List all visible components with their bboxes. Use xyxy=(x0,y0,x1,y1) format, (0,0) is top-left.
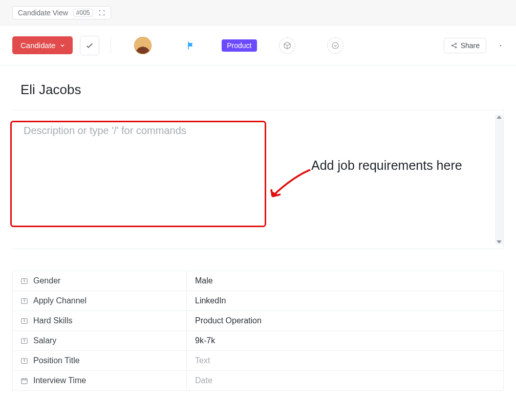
field-label-text: Interview Time xyxy=(33,376,86,385)
field-value[interactable]: Product Operation xyxy=(187,311,503,330)
field-row: GenderMale xyxy=(13,271,503,291)
more-menu-button[interactable]: · xyxy=(498,40,504,51)
share-label: Share xyxy=(461,41,480,50)
svg-point-2 xyxy=(455,43,456,44)
breadcrumb-view-label: Candidate View xyxy=(18,9,68,17)
fields-table: GenderMaleApply ChannelLinkedInHard Skil… xyxy=(12,271,504,391)
scrollbar[interactable] xyxy=(495,115,503,245)
field-label-text: Gender xyxy=(33,276,60,285)
field-row: Apply ChannelLinkedIn xyxy=(13,291,503,311)
field-label-text: Hard Skills xyxy=(33,316,72,325)
field-row: Interview TimeDate xyxy=(13,371,503,391)
toolbar-separator xyxy=(111,37,111,54)
text-field-icon xyxy=(20,277,28,285)
expand-icon[interactable] xyxy=(98,9,105,16)
field-row: Hard SkillsProduct Operation xyxy=(13,311,503,331)
field-label-text: Position Title xyxy=(33,356,80,365)
check-icon xyxy=(85,41,94,50)
field-label[interactable]: Interview Time xyxy=(13,371,187,390)
product-tag[interactable]: Product xyxy=(222,39,256,52)
candidate-dropdown-label: Candidate xyxy=(20,41,55,50)
field-label[interactable]: Salary xyxy=(13,331,187,350)
page-title[interactable]: Eli Jacobs xyxy=(0,65,516,110)
calendar-icon xyxy=(20,377,28,385)
field-label-text: Salary xyxy=(33,336,56,345)
annotation-text: Add job requirements here xyxy=(311,157,496,174)
field-value[interactable]: Text xyxy=(187,351,503,370)
candidate-dropdown-button[interactable]: Candidate xyxy=(12,36,73,54)
flag-icon[interactable] xyxy=(186,40,196,51)
field-value[interactable]: LinkedIn xyxy=(187,291,503,311)
field-label[interactable]: Apply Channel xyxy=(13,291,187,311)
share-icon xyxy=(450,42,458,49)
text-field-icon xyxy=(20,337,28,345)
approve-button[interactable] xyxy=(80,36,99,55)
toolbar: Candidate Product Share · xyxy=(0,26,516,65)
svg-point-3 xyxy=(455,47,456,48)
text-field-icon xyxy=(20,317,28,325)
field-label[interactable]: Hard Skills xyxy=(13,311,187,330)
text-field-icon xyxy=(20,297,28,305)
svg-rect-10 xyxy=(21,379,27,384)
scroll-down-icon[interactable] xyxy=(497,240,502,244)
field-label[interactable]: Position Title xyxy=(13,351,187,370)
field-value[interactable]: Date xyxy=(187,371,503,390)
description-editor[interactable]: Description or type '/' for commands xyxy=(12,110,504,249)
cube-icon xyxy=(283,41,291,50)
field-row: Salary9k-7k xyxy=(13,331,503,351)
text-field-icon xyxy=(20,357,28,365)
field-label-text: Apply Channel xyxy=(33,296,87,305)
scroll-up-icon[interactable] xyxy=(497,116,502,119)
share-button[interactable]: Share xyxy=(444,38,486,53)
annotation-arrow-icon xyxy=(266,167,312,203)
description-placeholder: Description or type '/' for commands xyxy=(24,125,186,137)
add-package-button[interactable] xyxy=(279,37,295,54)
field-label[interactable]: Gender xyxy=(13,271,187,291)
field-row: Position TitleText xyxy=(13,351,503,371)
breadcrumb-record-id: #005 xyxy=(73,9,93,17)
breadcrumb-bar: Candidate View #005 xyxy=(0,0,516,26)
field-value[interactable]: Male xyxy=(187,271,503,291)
chevron-down-icon xyxy=(59,42,66,49)
chevron-down-circle-icon xyxy=(331,41,339,50)
field-value[interactable]: 9k-7k xyxy=(187,331,503,350)
svg-point-0 xyxy=(332,42,338,49)
add-verify-button[interactable] xyxy=(327,37,343,54)
breadcrumb[interactable]: Candidate View #005 xyxy=(12,6,111,19)
svg-point-1 xyxy=(451,45,453,46)
avatar[interactable] xyxy=(134,37,152,54)
